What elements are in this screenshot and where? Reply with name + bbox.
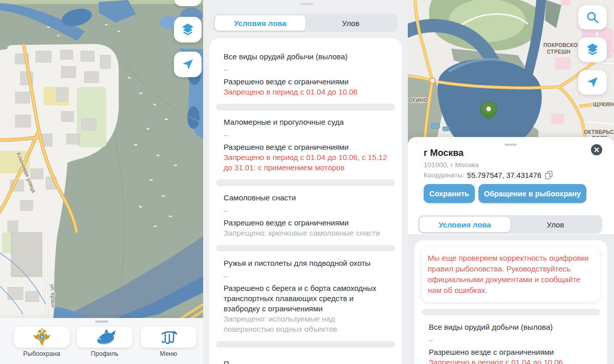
location-tabs: Условия лова Улов: [418, 215, 602, 234]
rules-panel: Условия лова Улов Все виды орудий добычи…: [203, 0, 408, 364]
card-separator: [216, 245, 395, 252]
rule-dash: –: [224, 207, 387, 215]
left-map-panel: Ключевая улица ул. Красн: [0, 0, 203, 364]
navigate-arrow-icon: [586, 76, 599, 88]
coordinates-row: Координаты: 55.797547, 37.431476: [424, 171, 553, 179]
save-button[interactable]: Сохранить: [424, 184, 475, 203]
rules-sheet: Мы еще проверяем корректность оцифровки …: [414, 240, 607, 364]
layers-icon: [181, 23, 194, 36]
copy-icon[interactable]: [545, 171, 553, 179]
fish-icon: [93, 328, 117, 347]
bottom-nav-bar: Рыбоохрана Профиль Меню: [0, 318, 203, 364]
location-subtitle: 101000, г Москва: [424, 161, 478, 169]
rule-title: Самоловные снасти: [224, 193, 387, 203]
sheet-drag-handle[interactable]: [505, 144, 517, 146]
coordinates-label: Координаты:: [424, 171, 465, 179]
rule-allowed: Разрешено с берега и с борта самоходных …: [224, 283, 387, 314]
search-icon: [586, 11, 599, 24]
card-separator: [216, 179, 395, 186]
right-map-panel: ПОКРОВСКОЕ- СТРЕШН ОГИНО ЩУКИНО ОКТЯБРЬС…: [408, 0, 614, 364]
layers-icon: [586, 43, 599, 56]
locate-button[interactable]: [174, 52, 202, 77]
tab-ulov[interactable]: Улов: [305, 15, 396, 31]
rule-card: Ружья и пистолеты для подводной охоты – …: [209, 252, 402, 341]
rule-note: Запрещено в период с 01.04 до 10.06: [224, 87, 387, 97]
app-root: Ключевая улица ул. Красн: [0, 0, 614, 364]
search-button[interactable]: [578, 5, 607, 30]
card-separator: [216, 341, 395, 348]
rule-allowed: Разрешено везде с ограничениями: [429, 347, 593, 357]
location-title: г Москва: [424, 148, 464, 158]
coordinates-value: 55.797547, 37.431476: [467, 171, 541, 179]
nav-label-rybookhrana: Рыбоохрана: [14, 350, 70, 357]
eagle-emblem-icon: [32, 327, 52, 348]
nav-label-menu: Меню: [141, 350, 196, 357]
nav-item-menu[interactable]: [141, 327, 196, 348]
rule-title: П: [224, 359, 387, 364]
report-button[interactable]: Обращение в рыбоохрану: [478, 184, 587, 203]
hooks-icon: [159, 329, 179, 346]
tab-usloviya-lova[interactable]: Условия лова: [420, 217, 510, 232]
rule-dash: –: [224, 131, 387, 139]
location-sheet: г Москва 101000, г Москва Координаты: 55…: [408, 137, 614, 364]
panel-drag-handle[interactable]: [300, 3, 313, 5]
action-buttons: Сохранить Обращение в рыбоохрану: [424, 184, 586, 203]
locate-button[interactable]: [578, 70, 607, 95]
tab-usloviya-lova[interactable]: Условия лова: [215, 15, 305, 31]
layers-button[interactable]: [174, 17, 202, 42]
card-separator: [422, 309, 600, 315]
rule-title: Маломерные и прогулочные суда: [224, 117, 387, 127]
rule-card: Самоловные снасти – Разрешено везде с ог…: [209, 186, 402, 245]
nav-label-profile: Профиль: [77, 350, 133, 357]
map-label-schukino: ЩУКИНО: [593, 102, 614, 107]
nav-item-rybookhrana[interactable]: [14, 327, 70, 348]
rules-tabs: Условия лова Улов: [213, 14, 398, 32]
rule-allowed: Разрешено везде с ограничениями: [224, 142, 387, 152]
rule-allowed: Разрешено везде с ограничениями: [224, 218, 387, 228]
map-label-streshnevo: СТРЕШН: [547, 49, 571, 55]
rule-title: Все виды орудий добычи (вылова): [429, 322, 593, 332]
rules-sheet: Все виды орудий добычи (вылова) – Разреш…: [209, 38, 402, 364]
close-button[interactable]: [590, 144, 603, 156]
rule-allowed: Разрешено везде с ограничениями: [224, 77, 387, 87]
rule-card-partial: П: [209, 348, 402, 364]
left-map[interactable]: Ключевая улица ул. Красн: [0, 0, 203, 320]
rule-note: Запрещено: используемые над поверхностью…: [224, 314, 387, 334]
rule-card: Все виды орудий добычи (вылова) – Разреш…: [209, 45, 402, 104]
rule-card: Все виды орудий добычи (вылова) – Разреш…: [414, 315, 607, 364]
rule-dash: –: [224, 65, 387, 74]
map-button-partial[interactable]: [174, 0, 202, 6]
navigate-arrow-icon: [182, 58, 194, 71]
warning-text: Мы еще проверяем корректность оцифровки …: [428, 253, 594, 295]
rule-note: Запрещено в период с 01.04 до 10.06: [429, 357, 593, 364]
tab-ulov[interactable]: Улов: [510, 217, 601, 232]
card-separator: [216, 104, 395, 110]
rule-note: Запрещено: крючковые самоловные снасти: [224, 228, 387, 238]
rule-dash: –: [429, 336, 593, 344]
nav-item-profile[interactable]: [77, 327, 133, 348]
rule-title: Все виды орудий добычи (вылова): [224, 52, 387, 62]
map-label-ogino: ОГИНО: [409, 98, 428, 103]
rule-dash: –: [224, 272, 387, 280]
nav-drag-handle[interactable]: [95, 321, 108, 323]
rule-card: Маломерные и прогулочные суда – Разрешен…: [209, 110, 402, 179]
rule-note: Запрещено в период с 01.04 до 10.06, с 1…: [224, 152, 387, 173]
rule-title: Ружья и пистолеты для подводной охоты: [224, 258, 387, 268]
street-label-krasn: ул. Красн: [50, 284, 57, 308]
map-label-pokrovskoe: ПОКРОВСКОЕ-: [543, 42, 583, 48]
digitization-warning-card: Мы еще проверяем корректность оцифровки …: [422, 247, 600, 302]
map-label-oktyabrskoe: ОКТЯБРЬСК: [584, 129, 614, 135]
layers-button[interactable]: [578, 37, 607, 62]
